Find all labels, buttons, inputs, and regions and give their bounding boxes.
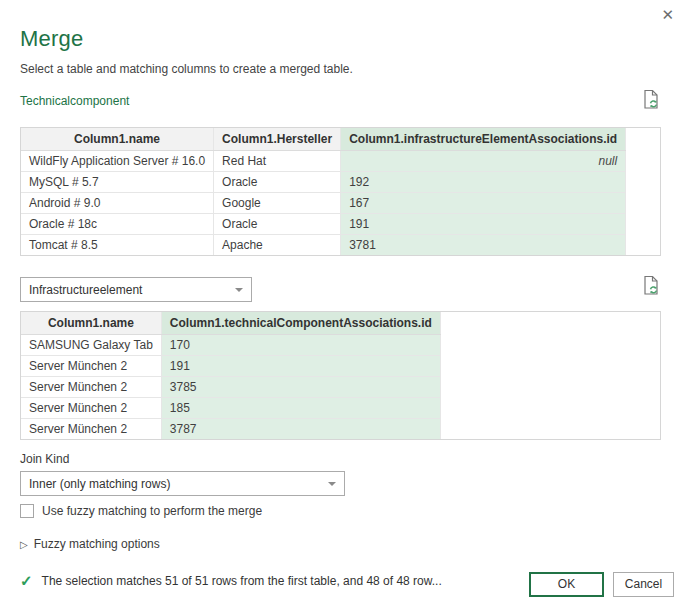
- cell[interactable]: Google: [214, 192, 341, 213]
- merge-dialog: ✕ Merge Select a table and matching colu…: [0, 0, 688, 615]
- column-header[interactable]: Column1.Hersteller: [214, 128, 341, 150]
- cell[interactable]: 3787: [161, 418, 440, 439]
- cell[interactable]: Server München 2: [21, 355, 161, 376]
- cell[interactable]: 191: [341, 213, 626, 234]
- table-row: WildFly Application Server # 16.0Red Hat…: [21, 150, 626, 171]
- refresh-preview-icon[interactable]: [643, 89, 660, 110]
- first-table-grid: Column1.nameColumn1.HerstellerColumn1.in…: [20, 127, 661, 256]
- table-header-row: Column1.nameColumn1.technicalComponentAs…: [21, 312, 440, 334]
- join-kind-label: Join Kind: [20, 452, 69, 466]
- cell[interactable]: 185: [161, 397, 440, 418]
- column-header[interactable]: Column1.infrastructureElementAssociation…: [341, 128, 626, 150]
- table-row: Server München 2191: [21, 355, 440, 376]
- status-text: The selection matches 51 of 51 rows from…: [42, 574, 442, 588]
- column-header[interactable]: Column1.name: [21, 312, 161, 334]
- cell[interactable]: Oracle # 18c: [21, 213, 214, 234]
- first-preview-table: Column1.nameColumn1.HerstellerColumn1.in…: [21, 128, 626, 256]
- close-icon[interactable]: ✕: [657, 4, 678, 26]
- column-header[interactable]: Column1.technicalComponentAssociations.i…: [161, 312, 440, 334]
- cell[interactable]: 192: [341, 171, 626, 192]
- checkmark-icon: ✓: [20, 572, 33, 590]
- table-row: Oracle # 18cOracle191: [21, 213, 626, 234]
- second-table-selector[interactable]: Infrastructureelement: [20, 277, 252, 302]
- cell[interactable]: WildFly Application Server # 16.0: [21, 150, 214, 171]
- cell[interactable]: Android # 9.0: [21, 192, 214, 213]
- cell[interactable]: Apache: [214, 234, 341, 255]
- fuzzy-matching-checkbox-label: Use fuzzy matching to perform the merge: [42, 504, 262, 518]
- fuzzy-options-expander-label: Fuzzy matching options: [34, 537, 160, 551]
- refresh-preview-icon[interactable]: [643, 275, 660, 296]
- table-header-row: Column1.nameColumn1.HerstellerColumn1.in…: [21, 128, 626, 150]
- table-row: Tomcat # 8.5Apache3781: [21, 234, 626, 255]
- chevron-down-icon: [328, 482, 336, 486]
- table-row: Android # 9.0Google167: [21, 192, 626, 213]
- cell[interactable]: 170: [161, 334, 440, 355]
- table-row: Server München 23785: [21, 376, 440, 397]
- table-row: MySQL # 5.7Oracle192: [21, 171, 626, 192]
- second-table-grid: Column1.nameColumn1.technicalComponentAs…: [20, 311, 661, 440]
- cell[interactable]: Server München 2: [21, 418, 161, 439]
- cell[interactable]: Server München 2: [21, 397, 161, 418]
- cancel-button[interactable]: Cancel: [613, 572, 674, 597]
- chevron-down-icon: [235, 288, 243, 292]
- second-table-selector-value: Infrastructureelement: [29, 283, 142, 297]
- join-kind-value: Inner (only matching rows): [29, 477, 170, 491]
- table-row: Server München 23787: [21, 418, 440, 439]
- cell[interactable]: 191: [161, 355, 440, 376]
- cell[interactable]: null: [341, 150, 626, 171]
- cell[interactable]: 3781: [341, 234, 626, 255]
- fuzzy-matching-checkbox[interactable]: [20, 504, 34, 518]
- cell[interactable]: Red Hat: [214, 150, 341, 171]
- cell[interactable]: SAMSUNG Galaxy Tab: [21, 334, 161, 355]
- first-table-name-label: Technicalcomponent: [20, 94, 129, 108]
- fuzzy-matching-row: Use fuzzy matching to perform the merge: [20, 504, 262, 518]
- ok-button[interactable]: OK: [529, 572, 604, 597]
- join-kind-select[interactable]: Inner (only matching rows): [20, 471, 345, 496]
- cell[interactable]: Oracle: [214, 171, 341, 192]
- column-header[interactable]: Column1.name: [21, 128, 214, 150]
- cell[interactable]: Oracle: [214, 213, 341, 234]
- fuzzy-options-expander[interactable]: ▷ Fuzzy matching options: [20, 537, 160, 551]
- expander-triangle-icon: ▷: [20, 539, 28, 550]
- selection-status: ✓ The selection matches 51 of 51 rows fr…: [20, 572, 442, 590]
- cell[interactable]: MySQL # 5.7: [21, 171, 214, 192]
- page-title: Merge: [20, 26, 83, 52]
- cell[interactable]: 3785: [161, 376, 440, 397]
- table-row: SAMSUNG Galaxy Tab170: [21, 334, 440, 355]
- dialog-subtitle: Select a table and matching columns to c…: [20, 62, 353, 76]
- cell[interactable]: Tomcat # 8.5: [21, 234, 214, 255]
- second-preview-table: Column1.nameColumn1.technicalComponentAs…: [21, 312, 441, 440]
- cell[interactable]: Server München 2: [21, 376, 161, 397]
- table-row: Server München 2185: [21, 397, 440, 418]
- cell[interactable]: 167: [341, 192, 626, 213]
